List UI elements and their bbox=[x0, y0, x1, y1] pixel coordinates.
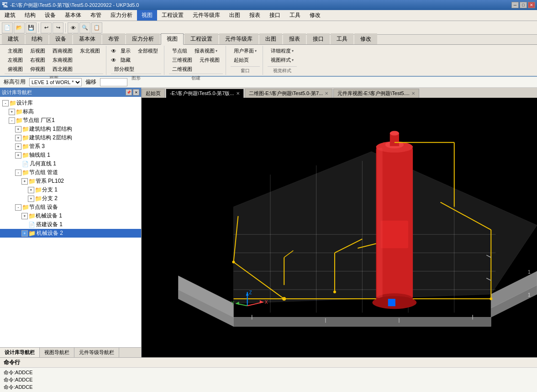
expand-jiedian-shebei[interactable]: - bbox=[15, 204, 21, 211]
sidebar-pin-btn[interactable]: 📌 bbox=[126, 89, 132, 95]
tree-item-jixie1[interactable]: + 📁 机械设备 1 bbox=[0, 212, 141, 220]
btn-zuoshitu[interactable]: 左视图 bbox=[5, 56, 26, 64]
menu-shitu[interactable]: 视图 bbox=[137, 10, 157, 21]
zoom-button[interactable]: 🔍 bbox=[79, 22, 90, 33]
btn-dongbei[interactable]: 东北视图 bbox=[77, 47, 103, 55]
btn-jiedianzu[interactable]: 节点组 bbox=[169, 47, 190, 55]
tree-item-jiedian-shebei[interactable]: - 📁 节点组 设备 bbox=[0, 203, 141, 212]
menu-baobiao[interactable]: 报表 bbox=[245, 10, 265, 21]
tree-item-zhouzuxian[interactable]: + 📁 轴线组 1 bbox=[0, 151, 141, 159]
maximize-button[interactable]: □ bbox=[520, 2, 527, 8]
btn-baobiaoshitu[interactable]: 报表视图 ▾ bbox=[191, 47, 221, 55]
expand-guanxi-pl102[interactable]: + bbox=[21, 178, 28, 185]
btn-xiangxi[interactable]: 详细程度 ▾ bbox=[268, 47, 297, 55]
btn-dongnan[interactable]: 东南视图 bbox=[49, 56, 76, 64]
btn-yuanjianshitu[interactable]: 元件视图 bbox=[196, 56, 223, 64]
expand-jixie2[interactable]: + bbox=[21, 230, 28, 237]
tree-item-design-lib[interactable]: - 📁 设计库 bbox=[0, 99, 141, 107]
new-button[interactable]: 📄 bbox=[2, 22, 13, 33]
tree-item-jianzhu2[interactable]: + 📁 建筑结构 2层结构 bbox=[0, 133, 141, 142]
menu-yingli[interactable]: 应力分析 bbox=[106, 10, 137, 21]
sidebar-tab-view[interactable]: 视图导航栏 bbox=[40, 348, 74, 357]
view-tab-2d[interactable]: 二维图-E:\客户例题\Test5.0-第7... ✕ bbox=[245, 89, 333, 98]
expand-fenzhi2[interactable]: + bbox=[28, 196, 34, 202]
tab-gongju[interactable]: 工具 bbox=[331, 33, 353, 44]
expand-zhouzuxian[interactable]: + bbox=[15, 152, 21, 159]
expand-design-lib[interactable]: - bbox=[2, 100, 9, 106]
sidebar-close-btn[interactable]: ✕ bbox=[133, 89, 139, 95]
btn-bufen[interactable]: 部分模型 bbox=[111, 65, 137, 74]
btn-yonghujm[interactable]: 用户界面 ▾ bbox=[231, 47, 260, 55]
sidebar-tab-component[interactable]: 元件等级导航栏 bbox=[74, 348, 119, 357]
btn-shituyangshi[interactable]: 视图样式 ▾ bbox=[268, 56, 297, 64]
menu-buguan[interactable]: 布管 bbox=[86, 10, 106, 21]
clip-button[interactable]: 📋 bbox=[91, 22, 102, 33]
btn-quanbu[interactable]: 全部模型 bbox=[135, 47, 161, 55]
view-tab-start[interactable]: 起始页 bbox=[142, 89, 165, 98]
btn-qishiye[interactable]: 起始页 bbox=[231, 56, 260, 64]
tab-chutu[interactable]: 出图 bbox=[259, 33, 282, 44]
tab-jiegou[interactable]: 结构 bbox=[26, 33, 48, 44]
tab-shebei[interactable]: 设备 bbox=[49, 33, 72, 44]
btn-xianshi[interactable]: 显示 bbox=[117, 47, 134, 55]
sidebar-tab-design[interactable]: 设计库导航栏 bbox=[0, 348, 40, 357]
expand-jiedian-changqu[interactable]: - bbox=[9, 117, 15, 124]
expand-jianzhu2[interactable]: + bbox=[15, 135, 21, 141]
tree-item-fenzhi2[interactable]: + 📁 分支 2 bbox=[0, 194, 141, 203]
btn-zhushitu[interactable]: 主视图 bbox=[5, 47, 26, 55]
tab-buguan[interactable]: 布管 bbox=[102, 33, 125, 44]
view-tab-3d[interactable]: -E:\客户例题\Test5.0-第7版... ✕ bbox=[166, 89, 244, 98]
tree-item-dajian1[interactable]: 📄 搭建设备 1 bbox=[0, 220, 141, 229]
tree-item-guanxi3[interactable]: + 📁 管系 3 bbox=[0, 142, 141, 151]
canvas-area[interactable]: Z X Y 1 1 bbox=[142, 98, 537, 357]
menu-gongju[interactable]: 工具 bbox=[285, 10, 305, 21]
menu-gongcheng[interactable]: 工程设置 bbox=[157, 10, 188, 21]
expand-jiedian-guandao[interactable]: - bbox=[15, 170, 21, 176]
close-button[interactable]: ✕ bbox=[528, 2, 535, 8]
btn-fushitu[interactable]: 俯视图 bbox=[5, 65, 26, 74]
view-tab-component-close[interactable]: ✕ bbox=[411, 91, 415, 96]
expand-biaogao[interactable]: + bbox=[9, 109, 15, 115]
menu-shebei[interactable]: 设备 bbox=[40, 10, 60, 21]
expand-fenzhi1[interactable]: + bbox=[28, 187, 34, 193]
tree-item-jixie2[interactable]: + 📁 机械设备 2 bbox=[0, 229, 141, 238]
tree-item-jihezx[interactable]: 📄 几何直线 1 bbox=[0, 159, 141, 168]
tree-item-jianzhu1[interactable]: + 📁 建筑结构 1层结构 bbox=[0, 125, 141, 133]
expand-jixie1[interactable]: + bbox=[21, 213, 28, 219]
menu-jiegou[interactable]: 结构 bbox=[20, 10, 40, 21]
menu-jianzu[interactable]: 建筑 bbox=[0, 10, 20, 21]
expand-guanxi3[interactable]: + bbox=[15, 143, 21, 150]
tree-item-fenzhi1[interactable]: + 📁 分支 1 bbox=[0, 185, 141, 194]
btn-houshitu[interactable]: 后视图 bbox=[27, 47, 48, 55]
menu-chutu[interactable]: 出图 bbox=[225, 10, 245, 21]
view-button[interactable]: 👁 bbox=[68, 22, 79, 33]
minimize-button[interactable]: ─ bbox=[511, 2, 519, 8]
view-tab-3d-close[interactable]: ✕ bbox=[236, 91, 240, 96]
menu-yuanjian[interactable]: 元件等级库 bbox=[188, 10, 225, 21]
tree-item-guanxi-pl102[interactable]: + 📁 管系 PL102 bbox=[0, 177, 141, 185]
level-select[interactable]: LEVE 1 of WORL * bbox=[29, 78, 82, 86]
tab-yingli[interactable]: 应力分析 bbox=[126, 33, 160, 44]
save-button[interactable]: 💾 bbox=[26, 22, 37, 33]
undo-button[interactable]: ↩ bbox=[41, 22, 52, 33]
redo-button[interactable]: ↪ bbox=[53, 22, 63, 33]
open-button[interactable]: 📂 bbox=[14, 22, 25, 33]
tree-item-biaogao[interactable]: + 📁 标高 bbox=[0, 107, 141, 116]
menu-jiekou[interactable]: 接口 bbox=[265, 10, 285, 21]
tab-jianzhu[interactable]: 建筑 bbox=[2, 33, 25, 44]
btn-sanweishitu[interactable]: 三维视图 bbox=[169, 56, 195, 64]
tab-gongcheng[interactable]: 工程设置 bbox=[184, 33, 218, 44]
tab-xiugai[interactable]: 修改 bbox=[354, 33, 377, 44]
btn-yincang[interactable]: 隐藏 bbox=[117, 56, 134, 64]
tree-item-jiedian-guandao[interactable]: - 📁 节点组 管道 bbox=[0, 168, 141, 177]
tab-baobiao[interactable]: 报表 bbox=[283, 33, 306, 44]
btn-yangshitu[interactable]: 仰视图 bbox=[27, 65, 48, 74]
tab-jibenti[interactable]: 基本体 bbox=[73, 33, 101, 44]
view-tab-component[interactable]: 元件库视图-E:\客户例题\Test5.... ✕ bbox=[333, 89, 419, 98]
tab-jiekou[interactable]: 接口 bbox=[307, 33, 330, 44]
menu-xiugai[interactable]: 修改 bbox=[305, 10, 325, 21]
btn-xibei[interactable]: 西北视图 bbox=[49, 65, 76, 74]
tab-yuanjian[interactable]: 元件等级库 bbox=[219, 33, 258, 44]
tab-shitu[interactable]: 视图 bbox=[161, 33, 184, 45]
tree-item-jiedian-changqu[interactable]: - 📁 节点组 厂区1 bbox=[0, 116, 141, 125]
